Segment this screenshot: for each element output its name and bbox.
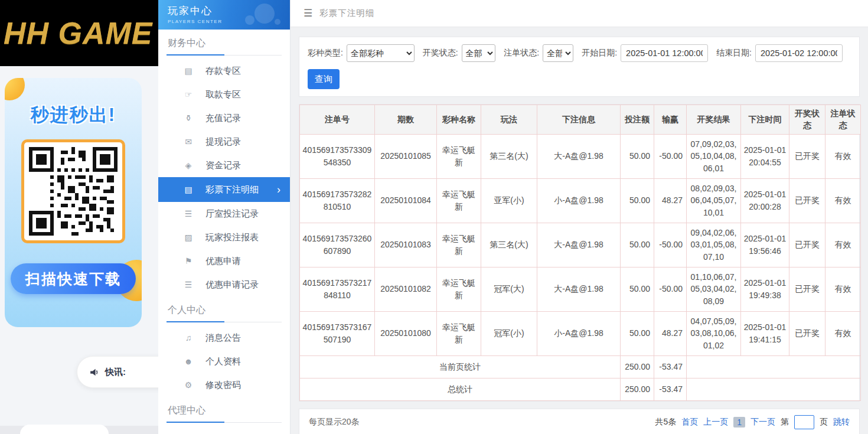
- sidebar-item-label: 彩票下注明细: [205, 184, 259, 195]
- cell-draw-status: 已开奖: [789, 223, 825, 267]
- table-row: 401569173573260607890 20250101083 幸运飞艇新 …: [300, 223, 861, 267]
- sidebar-menu-item[interactable]: ▤ 彩票下注明细 ›: [158, 177, 290, 202]
- stats-amount: 250.00: [621, 378, 654, 400]
- bet-table-card: 注单号期数彩种名称玩法下注信息投注额输赢开奖结果下注时间开奖状态注单状态 401…: [299, 104, 860, 402]
- table-column-header: 下注时间: [741, 105, 789, 135]
- sidebar-item-label: 消息公告: [205, 332, 241, 344]
- cell-winloss: 48.27: [654, 178, 687, 223]
- cell-bet-info: 大-A盘@1.98: [537, 267, 621, 311]
- stats-winloss: -53.47: [654, 378, 687, 400]
- sidebar-item-label: 修改密码: [205, 380, 241, 391]
- sidebar-menu-item[interactable]: ☰ 厅室投注记录: [158, 202, 290, 226]
- sidebar-menu-item[interactable]: ☞ 取款专区: [158, 83, 290, 106]
- jump-button[interactable]: 跳转: [833, 417, 850, 428]
- sidebar-menu-item[interactable]: ◈ 资金记录: [158, 154, 290, 177]
- cell-winloss: -50.00: [654, 267, 687, 311]
- jump-page-input[interactable]: [794, 415, 814, 429]
- table-header: 注单号期数彩种名称玩法下注信息投注额输赢开奖结果下注时间开奖状态注单状态: [300, 105, 861, 135]
- cell-draw-status: 已开奖: [789, 134, 825, 178]
- order-status-select[interactable]: 全部: [543, 44, 573, 62]
- cell-period: 20250101082: [375, 267, 437, 311]
- section-agent-center: 代理中心: [167, 397, 282, 423]
- cell-lottery-name: 幸运飞艇新: [437, 311, 481, 355]
- sidebar-menu-item[interactable]: ⚱ 充值记录: [158, 106, 290, 130]
- cell-draw-result: 09,04,02,06,03,01,05,08,07,10: [687, 223, 741, 267]
- stats-row: 当前页统计 250.00 -53.47: [300, 355, 861, 378]
- first-page-link[interactable]: 首页: [681, 417, 698, 428]
- cell-lottery-name: 幸运飞艇新: [437, 178, 481, 223]
- stats-winloss: -53.47: [654, 355, 687, 378]
- cell-draw-result: 08,02,09,03,06,04,05,07,10,01: [687, 178, 741, 223]
- cell-draw-result: 07,09,02,03,05,10,04,08,06,01: [687, 134, 741, 178]
- sidebar-item-icon: ▤: [183, 185, 194, 194]
- sidebar-item-icon: ◈: [183, 161, 194, 170]
- sidebar-item-icon: ✉: [183, 137, 194, 146]
- end-date-label: 结束日期:: [716, 48, 752, 58]
- table-column-header: 下注信息: [537, 105, 621, 135]
- sidebar-menu-item[interactable]: ✉ 提现记录: [158, 130, 290, 154]
- stats-label: 当前页统计: [300, 355, 621, 378]
- cell-play: 第三名(大): [481, 134, 537, 178]
- cell-order-status: 有效: [825, 134, 861, 178]
- prev-page-link[interactable]: 上一页: [703, 417, 728, 428]
- sidebar-menu-item[interactable]: ▤ 存款专区: [158, 59, 290, 83]
- logo-band: HH GAME: [0, 0, 158, 66]
- current-page-badge[interactable]: 1: [733, 417, 745, 428]
- cell-play: 冠军(小): [481, 311, 537, 355]
- cell-draw-result: 01,10,06,07,05,03,04,02,08,09: [687, 267, 741, 311]
- sidebar-item-icon: ▨: [183, 233, 194, 242]
- table-row: 401569173573217848110 20250101082 幸运飞艇新 …: [300, 267, 861, 311]
- sidebar-item-icon: ☻: [183, 357, 194, 366]
- draw-status-select[interactable]: 全部: [462, 44, 496, 62]
- search-button[interactable]: 查询: [308, 69, 340, 89]
- cell-bet-time: 2025-01-01 20:00:28: [741, 178, 789, 223]
- stats-row: 总统计 250.00 -53.47: [300, 378, 861, 400]
- draw-status-label: 开奖状态:: [423, 48, 458, 58]
- qr-code-image: [29, 147, 118, 236]
- table-body: 401569173573309548350 20250101085 幸运飞艇新 …: [300, 134, 861, 355]
- end-date-input[interactable]: [755, 44, 843, 62]
- scan-download-button[interactable]: 扫描快速下载: [11, 263, 136, 294]
- hamburger-menu-icon[interactable]: ☰: [304, 7, 312, 19]
- cell-draw-status: 已开奖: [789, 178, 825, 223]
- sidebar-item-icon: ⚱: [183, 113, 194, 123]
- sidebar-menu-item[interactable]: ⚙ 修改密码: [158, 373, 290, 397]
- breadcrumb: 彩票下注明细: [319, 8, 374, 19]
- cell-bet-time: 2025-01-01 19:49:38: [741, 267, 789, 311]
- sidebar-menu-item[interactable]: ☻ 个人资料: [158, 350, 290, 373]
- chevron-right-icon: ›: [277, 184, 280, 195]
- cell-order-status: 有效: [825, 223, 861, 267]
- cell-draw-result: 04,07,05,09,03,08,10,06,01,02: [687, 311, 741, 355]
- jump-prefix-text: 第: [781, 417, 789, 428]
- sidebar-menu-item[interactable]: ♫ 消息公告: [158, 326, 290, 350]
- sidebar-item-label: 资金记录: [205, 160, 241, 171]
- promo-panel: HH GAME 秒进秒出!: [0, 0, 158, 434]
- cell-period: 20250101083: [375, 223, 437, 267]
- table-column-header: 注单状态: [825, 105, 861, 135]
- sidebar-menu-item[interactable]: ☰ 优惠申请记录: [158, 273, 290, 296]
- promo-slogan: 秒进秒出!: [5, 103, 142, 128]
- filter-panel: 彩种类型: 全部彩种 开奖状态: 全部 注单状态: 全部 开始日期: 结束日期:…: [299, 37, 860, 97]
- cell-period: 20250101085: [375, 134, 437, 178]
- sidebar-menu-item[interactable]: ▨ 玩家投注报表: [158, 226, 290, 249]
- cell-lottery-name: 幸运飞艇新: [437, 134, 481, 178]
- cell-order-status: 有效: [825, 267, 861, 311]
- table-column-header: 开奖结果: [687, 105, 741, 135]
- table-column-header: 注单号: [300, 105, 375, 135]
- start-date-input[interactable]: [621, 44, 708, 62]
- total-count-text: 共5条: [655, 417, 676, 428]
- cell-draw-status: 已开奖: [789, 267, 825, 311]
- section-finance-center: 财务中心: [167, 30, 282, 56]
- cell-amount: 50.00: [621, 311, 654, 355]
- news-ticker[interactable]: 快讯:: [77, 356, 158, 388]
- next-page-link[interactable]: 下一页: [750, 417, 775, 428]
- cell-winloss: -50.00: [654, 223, 687, 267]
- sidebar-item-icon: ⚙: [183, 380, 194, 390]
- sidebar-menu-item[interactable]: ⚑ 优惠申请: [158, 249, 290, 273]
- table-column-header: 玩法: [481, 105, 537, 135]
- cell-bet-time: 2025-01-01 19:56:46: [741, 223, 789, 267]
- download-promo-card: 秒进秒出!: [5, 78, 142, 327]
- lottery-type-select[interactable]: 全部彩种: [347, 44, 415, 62]
- bet-detail-table: 注单号期数彩种名称玩法下注信息投注额输赢开奖结果下注时间开奖状态注单状态 401…: [299, 105, 861, 401]
- section-personal-center: 个人中心: [167, 296, 282, 322]
